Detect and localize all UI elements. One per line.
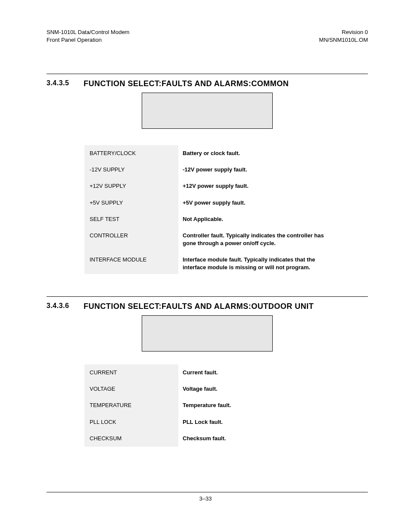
- fault-label: +5V SUPPLY: [90, 195, 178, 207]
- rule: [47, 74, 368, 74]
- section-number: 3.4.3.6: [47, 302, 84, 311]
- fault-label: SELF TEST: [90, 211, 178, 223]
- fault-label: BATTERY/CLOCK: [90, 145, 178, 157]
- fault-table: BATTERY/CLOCK -12V SUPPLY +12V SUPPLY +5…: [84, 145, 331, 274]
- header-right-line1: Revision 0: [319, 28, 368, 36]
- header-left: SNM-1010L Data/Control Modem Front Panel…: [47, 28, 129, 44]
- section-title: FUNCTION SELECT:FAULTS AND ALARMS:OUTDOO…: [84, 302, 314, 311]
- header-right: Revision 0 MN/SNM1010L.OM: [319, 28, 368, 44]
- footer-rule: [47, 492, 368, 492]
- display-placeholder: [142, 315, 273, 352]
- fault-label: PLL LOCK: [90, 414, 178, 426]
- table-desc-col: Battery or clock fault. -12V power suppl…: [178, 145, 331, 274]
- fault-label: CURRENT: [90, 364, 178, 376]
- page-number: 3–33: [0, 495, 411, 502]
- fault-label: CONTROLLER: [90, 227, 178, 247]
- display-placeholder: [142, 93, 273, 129]
- fault-desc: Battery or clock fault.: [183, 145, 331, 157]
- header-left-line2: Front Panel Operation: [47, 36, 129, 44]
- fault-label: INTERFACE MODULE: [90, 252, 178, 271]
- header-left-line1: SNM-1010L Data/Control Modem: [47, 28, 129, 36]
- fault-label: TEMPERATURE: [90, 397, 178, 409]
- table-labels-col: BATTERY/CLOCK -12V SUPPLY +12V SUPPLY +5…: [84, 145, 178, 274]
- fault-label: +12V SUPPLY: [90, 178, 178, 190]
- fault-desc: Temperature fault.: [183, 397, 331, 409]
- fault-desc: PLL Lock fault.: [183, 414, 331, 426]
- section-heading: 3.4.3.6 FUNCTION SELECT:FAULTS AND ALARM…: [47, 302, 368, 311]
- fault-desc: Checksum fault.: [183, 430, 331, 442]
- fault-label: CHECKSUM: [90, 430, 178, 442]
- section-heading: 3.4.3.5 FUNCTION SELECT:FAULTS AND ALARM…: [47, 79, 368, 88]
- table-labels-col: CURRENT VOLTAGE TEMPERATURE PLL LOCK CHE…: [84, 364, 178, 447]
- fault-label: -12V SUPPLY: [90, 162, 178, 174]
- fault-desc: Interface module fault. Typically indica…: [183, 252, 331, 271]
- rule: [47, 296, 368, 297]
- fault-table: CURRENT VOLTAGE TEMPERATURE PLL LOCK CHE…: [84, 364, 331, 447]
- table-desc-col: Current fault. Voltage fault. Temperatur…: [178, 364, 331, 447]
- fault-desc: Controller fault. Typically indicates th…: [183, 227, 331, 247]
- fault-desc: +12V power supply fault.: [183, 178, 331, 190]
- fault-desc: -12V power supply fault.: [183, 162, 331, 174]
- header-right-line2: MN/SNM1010L.OM: [319, 36, 368, 44]
- fault-label: VOLTAGE: [90, 381, 178, 393]
- fault-desc: +5V power supply fault.: [183, 195, 331, 207]
- section-title: FUNCTION SELECT:FAULTS AND ALARMS:COMMON: [84, 79, 289, 88]
- fault-desc: Voltage fault.: [183, 381, 331, 393]
- section-number: 3.4.3.5: [47, 79, 84, 88]
- page-header: SNM-1010L Data/Control Modem Front Panel…: [47, 28, 368, 44]
- fault-desc: Not Applicable.: [183, 211, 331, 223]
- fault-desc: Current fault.: [183, 364, 331, 376]
